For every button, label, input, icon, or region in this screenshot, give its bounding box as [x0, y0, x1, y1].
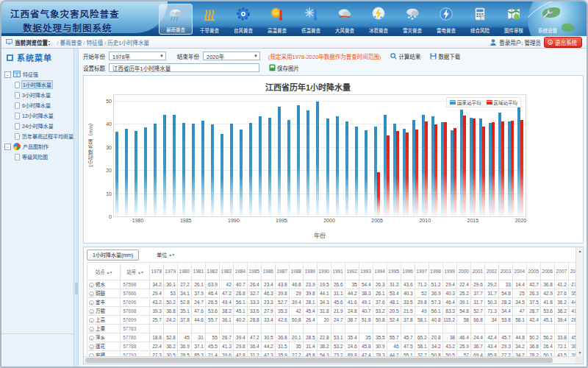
col-year-1994[interactable]: 1994 — [373, 263, 387, 280]
tree-expand-icon[interactable]: - — [4, 144, 11, 150]
chart-x-axis-label: 年份 — [113, 231, 526, 239]
col-year-2007[interactable]: 2007 — [554, 263, 568, 280]
page-icon — [15, 113, 20, 119]
nav-item-lightning[interactable]: 雷电普查 — [429, 4, 463, 35]
rainstorm-icon — [167, 6, 184, 24]
col-year-1996[interactable]: 1996 — [401, 263, 415, 280]
col-year-1985[interactable]: 1985 — [247, 263, 261, 280]
col-year-2006[interactable]: 2006 — [540, 263, 554, 280]
table-row-宜丰[interactable]: +宜丰5769643.250.252.824.728.549.456.133.3… — [87, 298, 583, 307]
col-year-2003[interactable]: 2003 — [498, 263, 512, 280]
x-tick: 2010 — [419, 218, 431, 223]
bar-regional-2020 — [520, 120, 523, 216]
nav-item-settings[interactable]: 系统设置 — [531, 4, 564, 35]
end-year-select[interactable]: 2020年▼ — [203, 52, 260, 60]
legend-entry: 国家站平均 — [450, 99, 481, 106]
start-year-select[interactable]: 1978年▼ — [109, 52, 166, 60]
col-year-1986[interactable]: 1986 — [261, 263, 275, 280]
tree-item-12小时降水量[interactable]: 12小时降水量 — [4, 110, 72, 121]
tree-expand-icon[interactable]: - — [4, 71, 11, 78]
col-year-2000[interactable]: 2000 — [456, 263, 470, 280]
nav-item-drought[interactable]: 干旱普查 — [193, 4, 226, 35]
nav-item-hail[interactable]: 冰雹普查 — [362, 4, 395, 35]
col-year-1990[interactable]: 1990 — [317, 263, 331, 280]
tree-item-1小时降水量[interactable]: 1小时降水量 — [4, 79, 72, 90]
nav-item-rainstorm[interactable]: 暴雨普查 — [159, 4, 193, 35]
col-year-1984[interactable]: 1984 — [233, 263, 247, 280]
tree-item-3小时降水量[interactable]: 3小时降水量 — [4, 90, 72, 100]
bar-national-2020 — [517, 107, 520, 216]
nav-item-typhoon[interactable]: 台风普查 — [226, 4, 260, 35]
col-year-1993[interactable]: 1993 — [359, 263, 373, 280]
col-year-1983[interactable]: 1983 — [219, 263, 233, 280]
nav-item-risk[interactable]: 综合风险 — [463, 4, 497, 35]
col-year-2005[interactable]: 2005 — [526, 263, 540, 280]
tree-parent-1[interactable]: -产品图制作 — [4, 141, 72, 152]
table-row-万载[interactable]: +万载5769839.336.835.147.653.638.245.133.6… — [87, 307, 583, 316]
data-download-button[interactable]: 数据下载 — [430, 52, 460, 60]
col-year-1987[interactable]: 1987 — [275, 263, 289, 280]
x-tick: 1985 — [180, 218, 192, 223]
breadcrumb-segment[interactable]: 特征值 — [87, 40, 104, 46]
bar-national-2009 — [412, 120, 415, 216]
col-year-1988[interactable]: 1988 — [289, 263, 303, 280]
col-year-2004[interactable]: 2004 — [512, 263, 526, 280]
bar-regional-2018 — [501, 121, 504, 216]
nav-item-low-temp[interactable]: 低温普查 — [294, 4, 328, 35]
table-row-莲花[interactable]: +莲花5778822.436.236.937.145.541.329.836.4… — [87, 342, 583, 351]
table-row-上栗[interactable]: +上栗57783 — [87, 325, 583, 333]
col-year-1979[interactable]: 1979 — [163, 263, 177, 280]
table-row-修水[interactable]: +修水5759834.230.127.226.163.94240.726.423… — [87, 280, 583, 289]
bar-national-1978 — [115, 132, 118, 216]
bar-regional-2014 — [463, 116, 466, 216]
tree-item-6小时降水量[interactable]: 6小时降水量 — [4, 100, 72, 110]
bar-regional-2010 — [425, 121, 428, 216]
col-year-2002[interactable]: 2002 — [484, 263, 498, 280]
table-row-铜鼓[interactable]: +铜鼓5768629.45334.137.946.447.226.832.746… — [87, 289, 583, 298]
splitter-handle[interactable] — [75, 283, 78, 294]
sidebar-fill — [1, 162, 74, 333]
col-station-id[interactable]: 站号 ▲▼ — [121, 263, 150, 280]
col-year-1995[interactable]: 1995 — [387, 263, 401, 280]
breadcrumb-segment[interactable]: 暴雨普查 — [60, 40, 82, 46]
save-image-button[interactable]: 保存图片 — [269, 64, 299, 72]
col-year-1999[interactable]: 1999 — [442, 263, 456, 280]
table-vertical-scrollbar[interactable]: ▲▼ — [576, 247, 583, 356]
nav-item-high-temp[interactable]: 高温普查 — [260, 4, 294, 35]
col-year-1978[interactable]: 1978 — [149, 263, 163, 280]
col-station[interactable]: 站点 ▲▼ — [87, 263, 121, 280]
col-year-1980[interactable]: 1980 — [177, 263, 191, 280]
tree-item-24小时降水量[interactable]: 24小时降水量 — [4, 121, 72, 131]
low-temp-icon — [302, 5, 320, 23]
tree-parent-0[interactable]: -特征值 — [4, 69, 72, 79]
table-row-上高[interactable]: +上高5769925.724.237.844.655.736.140.228.8… — [87, 316, 583, 325]
col-year-1997[interactable]: 1997 — [415, 263, 429, 280]
sidebar-splitter[interactable] — [74, 49, 79, 367]
table-row-萍乡[interactable]: +萍乡5778618.852.845315526.739.447.230.536… — [87, 333, 583, 342]
image-file-icon — [269, 64, 276, 71]
unit-control[interactable]: 单位 ▲▼ — [157, 251, 174, 258]
col-year-2001[interactable]: 2001 — [470, 263, 484, 280]
col-year-1992[interactable]: 1992 — [345, 263, 359, 280]
nav-item-map-review[interactable]: 图件审核 — [497, 4, 531, 35]
tree-item-等级风险图[interactable]: 等级风险图 — [4, 152, 72, 162]
measure-select-button[interactable]: 1小时降水量(mm) — [87, 250, 139, 261]
hscroll-thumb[interactable] — [85, 358, 553, 363]
col-year-1989[interactable]: 1989 — [303, 263, 317, 280]
col-year-1981[interactable]: 1981 — [191, 263, 205, 280]
col-year-1982[interactable]: 1982 — [205, 263, 219, 280]
col-year-1998[interactable]: 1998 — [429, 263, 442, 280]
nav-item-wind[interactable]: 大风普查 — [328, 4, 362, 35]
chart-title-input[interactable]: 江西省历年1小时降水量 — [109, 63, 259, 72]
col-year-1991[interactable]: 1991 — [331, 263, 345, 280]
page-icon — [15, 102, 20, 109]
calc-result-button[interactable]: 计算结果 — [390, 52, 420, 60]
logout-button[interactable]: ✕退出系统 — [544, 37, 582, 48]
table-horizontal-scrollbar[interactable] — [84, 356, 576, 364]
breadcrumb-segment[interactable]: 历史1小时降水量 — [107, 40, 149, 46]
nav-item-snow[interactable]: 雪灾普查 — [395, 4, 429, 35]
hail-icon — [370, 5, 387, 23]
search-icon — [390, 53, 397, 60]
bar-national-2008 — [403, 129, 406, 216]
tree-item-历年暴雨过程平均雨量[interactable]: 历年暴雨过程平均雨量 — [4, 131, 72, 141]
